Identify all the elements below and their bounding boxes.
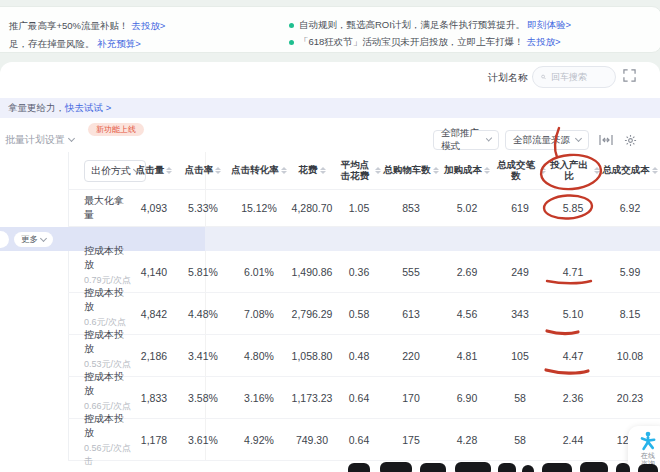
cell-carts: 613 [382,308,440,320]
promo-link[interactable]: 快去试试 > [65,102,111,115]
go-invest-link[interactable]: 去投放> [131,20,165,31]
go-invest-618-link[interactable]: 去投放> [527,36,561,47]
more-button[interactable]: 更多 [14,232,53,247]
cell-cvr: 3.16% [230,392,288,404]
cell-cvr: 15.12% [230,202,288,214]
add-budget-link[interactable]: 补充预算> [97,38,141,49]
cell-cart-cost: 5.02 [440,202,494,214]
cell-clicks: 4,842 [132,308,176,320]
cell-roi: 5.85 [546,202,600,214]
sort-icon [484,167,490,174]
cell-roi: 4.71 [546,266,600,278]
notice-left-1: 推广最高享+50%流量补贴！ 去投放> [9,20,165,33]
col-header-ctr[interactable]: 点击率 [176,165,230,176]
bullet-icon [289,40,294,45]
notice-text: 「618狂欢节」活动宝贝未开启投放，立即上车打爆！ [299,36,524,47]
cell-carts: 220 [382,350,440,362]
more-label: 更多 [21,234,38,246]
cell-avg-cpc: 0.64 [336,392,382,404]
search-box[interactable] [532,66,616,88]
more-bar-extension [205,227,660,251]
table-row: 控成本投放0.53元/次点击 2,186 3.41% 4.80% 1,058.8… [68,335,660,377]
try-now-link[interactable]: 即刻体验> [528,19,572,30]
table-body: 控成本投放0.79元/次点击 4,140 5.81% 6.01% 1,490.8… [68,251,660,461]
cell-clicks: 1,178 [132,434,176,446]
col-header-orders[interactable]: 总成交笔数 [494,160,546,182]
cell-ctr: 3.61% [176,434,230,446]
notice-text: 足，存在掉量风险。 [9,38,95,49]
col-header-avg-cpc[interactable]: 平均点击花费 [336,160,382,182]
cell-order-cost: 8.15 [600,308,660,320]
cell-cart-cost: 6.90 [440,392,494,404]
col-header-carts[interactable]: 总购物车数 [382,165,440,176]
table-row: 控成本投放0.79元/次点击 4,140 5.81% 6.01% 1,490.8… [68,251,660,293]
cell-clicks: 4,093 [132,202,176,214]
sort-icon [320,167,326,174]
column-width-icon[interactable] [597,131,615,149]
batch-plan-settings[interactable]: 批量计划设置 [5,133,74,147]
cell-roi: 2.44 [546,434,600,446]
cell-spend: 749.30 [288,434,336,446]
notice-card: 推广最高享+50%流量补贴！ 去投放> 足，存在掉量风险。 补充预算> 自动规则… [0,6,660,53]
cell-roi: 5.10 [546,308,600,320]
cell-clicks: 2,186 [132,350,176,362]
cell-ctr: 5.33% [176,202,230,214]
cell-ctr: 3.41% [176,350,230,362]
cell-avg-cpc: 0.64 [336,434,382,446]
promo-mode-value: 全部推广模式 [441,127,487,153]
new-feature-badge: 新功能上线 [88,123,144,136]
cell-clicks: 1,833 [132,392,176,404]
cell-orders: 343 [494,308,546,320]
cell-orders: 105 [494,350,546,362]
bid-type: 控成本投放 [84,286,132,314]
cell-spend: 4,280.70 [288,202,336,214]
notice-right-2: 「618狂欢节」活动宝贝未开启投放，立即上车打爆！ 去投放> [299,36,561,49]
col-header-cvr[interactable]: 点击转化率 [230,165,288,176]
sort-icon [433,167,439,174]
cell-order-cost: 10.08 [600,350,660,362]
table-row: 控成本投放0.56元/次点击 1,178 3.61% 4.92% 749.30 … [68,419,660,461]
traffic-source-select[interactable]: 全部流量来源 [505,130,589,150]
sort-icon [215,167,221,174]
col-header-spend[interactable]: 花费 [288,165,336,176]
cell-roi: 2.36 [546,392,600,404]
col-header-cart-cost[interactable]: 加购成本 [440,165,494,176]
cell-roi: 4.47 [546,350,600,362]
cell-cart-cost: 4.81 [440,350,494,362]
cell-avg-cpc: 0.58 [336,308,382,320]
col-header-order-cost[interactable]: 总成交成本 [600,165,660,176]
bid-type-label: 出价方式 [91,164,131,178]
search-input[interactable] [551,72,607,82]
cell-orders: 249 [494,266,546,278]
bid-type: 控成本投放 [84,328,132,356]
cell-orders: 58 [494,434,546,446]
settings-gear-icon[interactable] [621,131,639,149]
cell-orders: 619 [494,202,546,214]
cell-avg-cpc: 0.36 [336,266,382,278]
cell-carts: 853 [382,202,440,214]
promo-mode-select[interactable]: 全部推广模式 [433,130,499,150]
cell-spend: 2,796.29 [288,308,336,320]
fullscreen-icon[interactable] [620,66,638,84]
sort-icon [375,167,381,174]
col-header-roi[interactable]: 投入产出比 [546,160,600,182]
cell-cart-cost: 4.56 [440,308,494,320]
sort-icon [166,167,172,174]
campaign-table: 出价方式 点击量 点击率 点击转化率 花费 平均点击花费 总购物车数 加购成本 … [68,152,660,227]
cell-cvr: 7.08% [230,308,288,320]
bid-type-select[interactable]: 出价方式 [84,160,146,182]
cell-cvr: 4.92% [230,434,288,446]
cell-cart-cost: 4.28 [440,434,494,446]
notice-text: 自动规则，甄选高ROI计划，满足条件执行预算提升。 [299,19,525,30]
chevron-down-icon [40,234,47,241]
table-row: 控成本投放0.6元/次点击 4,842 4.48% 7.08% 2,796.29… [68,293,660,335]
notice-text: 推广最高享+50%流量补贴！ [9,20,129,31]
notice-right-1: 自动规则，甄选高ROI计划，满足条件执行预算提升。 即刻体验> [299,19,571,32]
sort-icon [281,167,287,174]
promo-text: 拿量更给力， [8,102,65,115]
batch-label: 批量计划设置 [5,133,65,147]
search-icon [541,72,546,82]
search-field-selector[interactable]: 计划名称 [488,71,538,85]
cell-avg-cpc: 1.05 [336,202,382,214]
cell-spend: 1,173.23 [288,392,336,404]
